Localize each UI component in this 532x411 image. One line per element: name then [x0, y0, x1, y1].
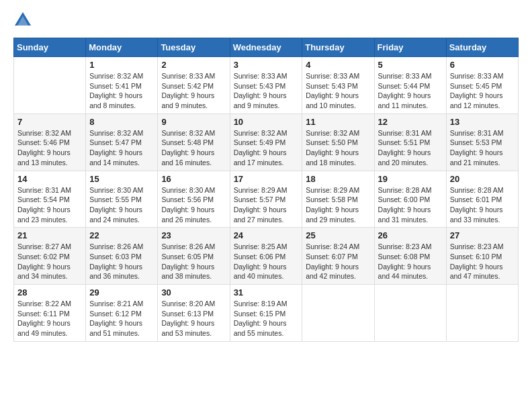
calendar-cell [446, 285, 518, 342]
day-info: Sunrise: 8:31 AMSunset: 5:53 PMDaylight:… [450, 128, 515, 168]
day-header-saturday: Saturday [446, 38, 518, 57]
day-number: 21 [17, 230, 82, 240]
day-info: Sunrise: 8:26 AMSunset: 6:03 PMDaylight:… [89, 242, 154, 281]
day-info: Sunrise: 8:25 AMSunset: 6:06 PMDaylight:… [234, 242, 299, 281]
day-info: Sunrise: 8:33 AMSunset: 5:43 PMDaylight:… [306, 71, 370, 111]
day-number: 15 [89, 174, 154, 184]
calendar-cell: 11Sunrise: 8:32 AMSunset: 5:50 PMDayligh… [302, 113, 374, 171]
day-info: Sunrise: 8:33 AMSunset: 5:45 PMDaylight:… [450, 71, 515, 111]
calendar-cell: 24Sunrise: 8:25 AMSunset: 6:06 PMDayligh… [230, 228, 302, 285]
day-number: 11 [306, 117, 370, 127]
calendar-cell: 29Sunrise: 8:21 AMSunset: 6:12 PMDayligh… [86, 285, 158, 342]
logo [13, 11, 35, 30]
calendar-cell: 3Sunrise: 8:33 AMSunset: 5:43 PMDaylight… [230, 57, 302, 114]
calendar-cell: 1Sunrise: 8:32 AMSunset: 5:41 PMDaylight… [86, 57, 158, 114]
calendar-cell: 23Sunrise: 8:26 AMSunset: 6:05 PMDayligh… [158, 228, 230, 285]
day-number: 5 [378, 60, 443, 70]
logo-icon [13, 11, 32, 30]
calendar-week-row: 7Sunrise: 8:32 AMSunset: 5:46 PMDaylight… [14, 113, 519, 171]
day-number: 29 [89, 287, 154, 298]
day-info: Sunrise: 8:32 AMSunset: 5:50 PMDaylight:… [306, 128, 370, 168]
day-info: Sunrise: 8:23 AMSunset: 6:10 PMDaylight:… [450, 242, 515, 281]
day-header-thursday: Thursday [302, 38, 374, 57]
day-info: Sunrise: 8:27 AMSunset: 6:02 PMDaylight:… [17, 242, 82, 281]
calendar-cell: 30Sunrise: 8:20 AMSunset: 6:13 PMDayligh… [158, 285, 230, 342]
day-info: Sunrise: 8:31 AMSunset: 5:54 PMDaylight:… [17, 185, 82, 225]
day-number: 18 [306, 174, 370, 184]
day-info: Sunrise: 8:33 AMSunset: 5:42 PMDaylight:… [161, 71, 226, 111]
calendar-cell: 17Sunrise: 8:29 AMSunset: 5:57 PMDayligh… [230, 171, 302, 228]
day-number: 22 [89, 230, 154, 240]
calendar-cell: 8Sunrise: 8:32 AMSunset: 5:47 PMDaylight… [86, 113, 158, 171]
day-header-sunday: Sunday [14, 38, 86, 57]
day-info: Sunrise: 8:19 AMSunset: 6:15 PMDaylight:… [234, 299, 299, 338]
day-info: Sunrise: 8:22 AMSunset: 6:11 PMDaylight:… [17, 299, 82, 338]
day-number: 7 [17, 117, 82, 127]
calendar-cell: 27Sunrise: 8:23 AMSunset: 6:10 PMDayligh… [446, 228, 518, 285]
calendar-cell: 4Sunrise: 8:33 AMSunset: 5:43 PMDaylight… [302, 57, 374, 114]
day-info: Sunrise: 8:32 AMSunset: 5:46 PMDaylight:… [17, 128, 82, 168]
calendar-cell: 31Sunrise: 8:19 AMSunset: 6:15 PMDayligh… [230, 285, 302, 342]
calendar-cell: 14Sunrise: 8:31 AMSunset: 5:54 PMDayligh… [14, 171, 86, 228]
calendar-cell: 6Sunrise: 8:33 AMSunset: 5:45 PMDaylight… [446, 57, 518, 114]
day-info: Sunrise: 8:20 AMSunset: 6:13 PMDaylight:… [161, 299, 226, 338]
day-info: Sunrise: 8:21 AMSunset: 6:12 PMDaylight:… [89, 299, 154, 338]
calendar-cell: 15Sunrise: 8:30 AMSunset: 5:55 PMDayligh… [86, 171, 158, 228]
calendar-week-row: 1Sunrise: 8:32 AMSunset: 5:41 PMDaylight… [14, 57, 519, 114]
day-number: 25 [306, 230, 370, 240]
day-number: 28 [17, 287, 82, 298]
day-number: 3 [234, 60, 299, 70]
day-info: Sunrise: 8:28 AMSunset: 6:00 PMDaylight:… [378, 185, 443, 225]
calendar-cell: 10Sunrise: 8:32 AMSunset: 5:49 PMDayligh… [230, 113, 302, 171]
calendar-cell: 9Sunrise: 8:32 AMSunset: 5:48 PMDaylight… [158, 113, 230, 171]
day-header-wednesday: Wednesday [230, 38, 302, 57]
day-info: Sunrise: 8:32 AMSunset: 5:48 PMDaylight:… [161, 128, 226, 168]
day-info: Sunrise: 8:30 AMSunset: 5:56 PMDaylight:… [161, 185, 226, 225]
day-info: Sunrise: 8:26 AMSunset: 6:05 PMDaylight:… [161, 242, 226, 281]
calendar-cell: 21Sunrise: 8:27 AMSunset: 6:02 PMDayligh… [14, 228, 86, 285]
day-number: 1 [89, 60, 154, 70]
day-number: 14 [17, 174, 82, 184]
day-number: 17 [234, 174, 299, 184]
day-info: Sunrise: 8:24 AMSunset: 6:07 PMDaylight:… [306, 242, 370, 281]
day-number: 2 [161, 60, 226, 70]
day-info: Sunrise: 8:32 AMSunset: 5:41 PMDaylight:… [89, 71, 154, 111]
day-info: Sunrise: 8:30 AMSunset: 5:55 PMDaylight:… [89, 185, 154, 225]
day-number: 26 [378, 230, 443, 240]
calendar-cell: 26Sunrise: 8:23 AMSunset: 6:08 PMDayligh… [374, 228, 446, 285]
day-number: 27 [450, 230, 515, 240]
day-number: 30 [161, 287, 226, 298]
day-header-friday: Friday [374, 38, 446, 57]
day-info: Sunrise: 8:29 AMSunset: 5:57 PMDaylight:… [234, 185, 299, 225]
calendar-cell: 12Sunrise: 8:31 AMSunset: 5:51 PMDayligh… [374, 113, 446, 171]
day-info: Sunrise: 8:32 AMSunset: 5:47 PMDaylight:… [89, 128, 154, 168]
calendar-week-row: 21Sunrise: 8:27 AMSunset: 6:02 PMDayligh… [14, 228, 519, 285]
calendar-cell: 25Sunrise: 8:24 AMSunset: 6:07 PMDayligh… [302, 228, 374, 285]
day-number: 16 [161, 174, 226, 184]
calendar-cell: 13Sunrise: 8:31 AMSunset: 5:53 PMDayligh… [446, 113, 518, 171]
day-header-tuesday: Tuesday [158, 38, 230, 57]
day-info: Sunrise: 8:29 AMSunset: 5:58 PMDaylight:… [306, 185, 370, 225]
day-number: 8 [89, 117, 154, 127]
calendar-cell: 7Sunrise: 8:32 AMSunset: 5:46 PMDaylight… [14, 113, 86, 171]
calendar-week-row: 28Sunrise: 8:22 AMSunset: 6:11 PMDayligh… [14, 285, 519, 342]
day-number: 19 [378, 174, 443, 184]
day-number: 20 [450, 174, 515, 184]
calendar-cell: 5Sunrise: 8:33 AMSunset: 5:44 PMDaylight… [374, 57, 446, 114]
calendar-cell [14, 57, 86, 114]
calendar-header-row: SundayMondayTuesdayWednesdayThursdayFrid… [14, 38, 519, 57]
page-header [13, 11, 519, 30]
calendar-cell: 18Sunrise: 8:29 AMSunset: 5:58 PMDayligh… [302, 171, 374, 228]
day-number: 12 [378, 117, 443, 127]
calendar-cell: 22Sunrise: 8:26 AMSunset: 6:03 PMDayligh… [86, 228, 158, 285]
day-info: Sunrise: 8:31 AMSunset: 5:51 PMDaylight:… [378, 128, 443, 168]
calendar-week-row: 14Sunrise: 8:31 AMSunset: 5:54 PMDayligh… [14, 171, 519, 228]
day-number: 23 [161, 230, 226, 240]
calendar-table: SundayMondayTuesdayWednesdayThursdayFrid… [13, 38, 519, 342]
day-number: 31 [234, 287, 299, 298]
calendar-cell: 16Sunrise: 8:30 AMSunset: 5:56 PMDayligh… [158, 171, 230, 228]
day-number: 10 [234, 117, 299, 127]
calendar-cell: 2Sunrise: 8:33 AMSunset: 5:42 PMDaylight… [158, 57, 230, 114]
calendar-cell [302, 285, 374, 342]
day-info: Sunrise: 8:33 AMSunset: 5:44 PMDaylight:… [378, 71, 443, 111]
